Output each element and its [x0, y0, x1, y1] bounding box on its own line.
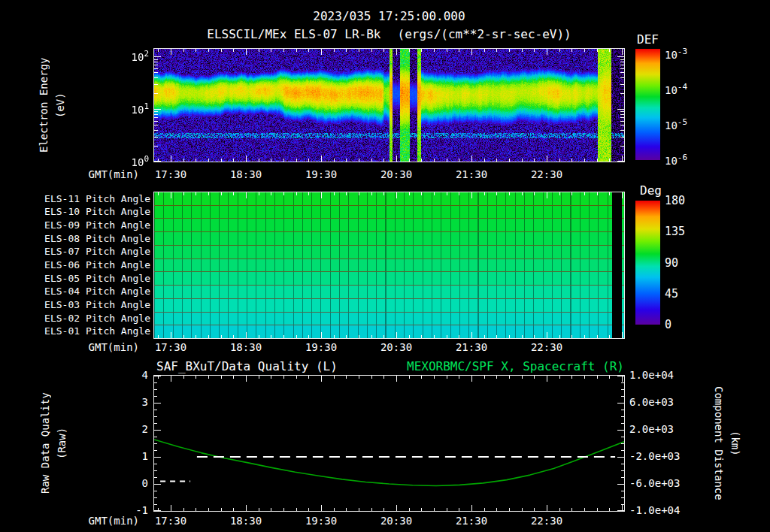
pitch-angle-row [154, 218, 624, 231]
x-tick-label: 17:30 [155, 168, 186, 180]
tick-mark [334, 159, 335, 162]
tick-mark [308, 335, 309, 338]
bottom-left-title: SAF_BXuT/Data Quality (L) [156, 359, 338, 373]
quality-y-tick-label: 4 [142, 369, 148, 381]
tick-mark [346, 49, 347, 52]
tick-mark [534, 159, 535, 162]
pitch-row-label: ELS-11 Pitch Angle [44, 193, 150, 204]
tick-mark [622, 376, 623, 382]
tick-mark [622, 192, 623, 198]
tick-mark [246, 376, 247, 382]
tick-mark [246, 156, 247, 162]
pitch-angle-row [154, 285, 624, 298]
tick-mark [471, 49, 472, 55]
quality-y-tick-label: 2 [142, 423, 148, 435]
tick-mark [334, 192, 335, 195]
tick-mark [621, 437, 624, 437]
tick-mark [154, 450, 157, 451]
tick-mark [434, 376, 435, 379]
tick-mark [522, 159, 523, 162]
pitch-row-label: ELS-02 Pitch Angle [44, 313, 150, 324]
tick-mark [459, 49, 459, 52]
tick-mark [571, 335, 572, 338]
tick-mark [334, 335, 335, 338]
quality-distance-plot [154, 376, 624, 511]
tick-mark [158, 192, 159, 195]
tick-mark [154, 443, 157, 444]
tick-mark [609, 508, 610, 511]
pitch-angle-rows [154, 192, 624, 338]
tick-mark [154, 457, 161, 458]
distance-y-tick-label: -6.0e+03 [629, 477, 680, 489]
tick-mark [154, 389, 157, 390]
tick-mark [559, 49, 560, 52]
tick-mark [620, 59, 624, 60]
tick-mark [371, 192, 372, 195]
tick-mark [171, 505, 171, 511]
x-tick-label: 21:30 [456, 168, 487, 180]
tick-mark [154, 77, 158, 78]
pitch-row-label: ELS-06 Pitch Angle [44, 259, 150, 271]
tick-mark [559, 159, 560, 162]
x-tick-label: 19:30 [305, 515, 337, 527]
tick-mark [271, 192, 271, 195]
tick-mark [171, 156, 171, 162]
tick-mark [154, 477, 157, 478]
tick-mark [196, 192, 196, 195]
x-tick-label: 20:30 [380, 341, 412, 353]
def-colorbar-tick-label: 10-4 [665, 82, 687, 96]
tick-mark [259, 376, 259, 379]
tick-mark [154, 56, 161, 57]
tick-mark [154, 416, 157, 417]
tick-mark [584, 335, 585, 338]
tick-mark [271, 159, 271, 162]
tick-mark [421, 192, 422, 195]
tick-mark [522, 335, 523, 338]
tick-mark [283, 159, 284, 162]
tick-mark [621, 491, 624, 491]
tick-mark [154, 109, 161, 110]
tick-mark [196, 335, 196, 338]
tick-mark [283, 335, 284, 338]
tick-mark [183, 49, 184, 52]
distance-y-tick-label: 2.0e+03 [629, 423, 674, 435]
tick-mark [208, 376, 209, 379]
tick-mark [609, 376, 610, 379]
tick-mark [233, 508, 234, 511]
tick-mark [522, 508, 523, 511]
tick-mark [617, 403, 624, 404]
spectrogram-y-tick-label: 100 [132, 154, 149, 168]
tick-mark [283, 376, 284, 379]
def-colorbar-tick-label: 10-5 [665, 117, 687, 131]
tick-mark [233, 49, 234, 52]
tick-mark [359, 376, 359, 379]
tick-mark [496, 192, 497, 195]
tick-mark [321, 376, 322, 382]
tick-mark [233, 376, 234, 379]
spectrogram-y-tick-label: 102 [132, 49, 149, 63]
tick-mark [396, 376, 397, 382]
tick-mark [617, 484, 624, 485]
tick-mark [183, 159, 184, 162]
tick-mark [621, 423, 624, 424]
quality-y-tick-label: -1 [135, 504, 148, 516]
tick-mark [154, 403, 161, 404]
tick-mark [621, 470, 624, 471]
tick-mark [617, 376, 624, 376]
tick-mark [154, 491, 157, 491]
tick-mark [396, 192, 397, 198]
tick-mark [620, 117, 624, 118]
tick-mark [620, 125, 624, 125]
tick-mark [334, 49, 335, 52]
tick-mark [183, 192, 184, 195]
tick-mark [271, 508, 271, 511]
tick-mark [259, 159, 259, 162]
tick-mark [621, 382, 624, 383]
tick-mark [196, 159, 196, 162]
tick-mark [359, 335, 359, 338]
deg-colorbar-tick-label: 45 [665, 287, 678, 301]
tick-mark [459, 192, 459, 195]
tick-mark [534, 335, 535, 338]
tick-mark [484, 159, 485, 162]
tick-mark [154, 470, 157, 471]
